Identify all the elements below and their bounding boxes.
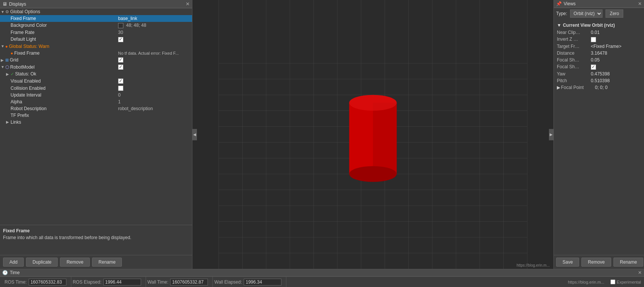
label-distance: Distance: [557, 51, 591, 56]
ros-elapsed-section: ROS Elapsed: 1996.44: [71, 277, 146, 287]
tree-item-visual-enabled[interactable]: Visual Enabled: [0, 77, 192, 84]
focal-point-arrow: ▶: [557, 85, 560, 90]
label-target-frame: Target Fr…: [557, 44, 591, 49]
views-row-pitch: Pitch 0.510398: [555, 77, 642, 84]
views-row-focal-sh-2: Focal Sh…: [555, 63, 642, 71]
time-close-button[interactable]: ✕: [638, 270, 642, 275]
checkbox-grid[interactable]: [118, 57, 123, 63]
checkbox-visual-enabled[interactable]: [118, 78, 123, 84]
label-grid: Grid: [10, 57, 115, 63]
views-title-bar: 📌 Views ✕: [554, 0, 644, 8]
warn-dot-icon: ●: [11, 51, 13, 55]
grid-icon: ⊞: [5, 58, 9, 63]
tree-item-update-interval[interactable]: Update Interval 0: [0, 92, 192, 98]
tree-item-fixed-frame[interactable]: Fixed Frame base_link: [0, 15, 192, 22]
description-text: Frame into which all data is transformed…: [3, 235, 189, 240]
current-view-label: Current View Orbit (rviz): [563, 23, 615, 28]
tree-item-frame-rate[interactable]: Frame Rate 30: [0, 29, 192, 36]
value-focal-point: 0; 0; 0: [595, 85, 607, 90]
gear-icon: ⚙: [5, 9, 9, 14]
tree-item-global-options[interactable]: ▼ ⚙ Global Options: [0, 8, 192, 15]
views-zero-button[interactable]: Zero: [606, 9, 623, 18]
views-panel: 📌 Views ✕ Type: Orbit (rviz) Zero ▼ Curr…: [553, 0, 644, 269]
label-pitch: Pitch: [557, 78, 591, 83]
value-pitch: 0.510398: [591, 78, 610, 83]
experimental-checkbox[interactable]: [610, 279, 615, 284]
views-row-yaw: Yaw 0.475398: [555, 71, 642, 77]
collapse-right-button[interactable]: ▶: [549, 129, 553, 140]
tree-item-robot-model[interactable]: ▼ ⬡ RobotModel: [0, 63, 192, 71]
checkbox-invert-z[interactable]: [591, 37, 596, 42]
experimental-label: Experimental: [617, 280, 641, 284]
description-title: Fixed Frame: [3, 228, 189, 233]
tree-item-global-status[interactable]: ▼ ● Global Status: Warn: [0, 43, 192, 50]
warn-icon: ●: [5, 44, 8, 49]
collapse-left-button[interactable]: ◀: [192, 129, 197, 140]
label-global-options: Global Options: [10, 9, 115, 14]
displays-close-button[interactable]: ✕: [186, 1, 190, 7]
value-yaw: 0.475398: [591, 71, 610, 77]
viewport[interactable]: ◀ ▶ https://blog.erin.m...: [192, 0, 553, 269]
rename-button[interactable]: Rename: [92, 258, 122, 267]
color-swatch[interactable]: [118, 23, 123, 28]
displays-title: Displays: [9, 2, 26, 7]
tree-item-alpha[interactable]: Alpha 1: [0, 98, 192, 105]
arrow-robot-model: ▼: [1, 65, 5, 69]
tree-item-status-ok[interactable]: ▶ ✓ Status: Ok: [0, 71, 192, 77]
tree-item-grid[interactable]: ▶ ⊞ Grid: [0, 57, 192, 64]
time-title: Time: [10, 270, 20, 275]
checkbox-default-light[interactable]: [118, 37, 123, 42]
duplicate-button[interactable]: Duplicate: [26, 258, 58, 267]
tree-item-links[interactable]: ▶ Links: [0, 119, 192, 126]
tree-item-tf-prefix[interactable]: TF Prefix: [0, 112, 192, 119]
label-focal-sh-1: Focal Sh…: [557, 57, 591, 63]
tree-item-fixed-frame-warn[interactable]: ● Fixed Frame No tf data. Actual error: …: [0, 50, 192, 57]
value-robot-description: robot_description: [115, 106, 191, 111]
views-type-select[interactable]: Orbit (rviz): [570, 9, 603, 18]
description-area: Fixed Frame Frame into which all data is…: [0, 225, 192, 255]
label-yaw: Yaw: [557, 71, 591, 77]
svg-rect-30: [373, 103, 397, 174]
label-robot-description: Robot Description: [11, 106, 115, 111]
views-rename-button[interactable]: Rename: [613, 258, 643, 267]
tree-item-background-color[interactable]: Background Color 48; 48; 48: [0, 22, 192, 29]
status-bar: ROS Time: 1607605332.83 ROS Elapsed: 199…: [0, 276, 644, 287]
3d-scene[interactable]: [192, 0, 553, 269]
label-frame-rate: Frame Rate: [11, 30, 115, 35]
views-row-target-frame: Target Fr… <Fixed Frame>: [555, 43, 642, 50]
arrow-global-options: ▼: [1, 10, 5, 14]
checkbox-collision-enabled[interactable]: [118, 86, 123, 91]
remove-button[interactable]: Remove: [60, 258, 90, 267]
tree-item-default-light[interactable]: Default Light: [0, 36, 192, 43]
url-display: https://blog.erin.m...: [568, 280, 604, 284]
checkbox-robot-model[interactable]: [118, 64, 123, 70]
label-fixed-frame: Fixed Frame: [11, 16, 115, 21]
label-visual-enabled: Visual Enabled: [11, 78, 115, 84]
views-close-button[interactable]: ✕: [638, 1, 642, 6]
url-bar: https://blog.erin.m...: [516, 263, 550, 267]
label-status-ok: Status: Ok: [15, 71, 115, 77]
ros-elapsed-label: ROS Elapsed:: [73, 279, 101, 285]
ok-icon: ✓: [11, 72, 14, 77]
label-global-status: Global Status: Warn: [9, 44, 115, 49]
checkbox-focal-sh[interactable]: [591, 64, 596, 70]
label-near-clip: Near Clip…: [557, 30, 591, 35]
ros-time-value: 1607605332.83: [29, 279, 66, 285]
displays-tree: ▼ ⚙ Global Options Fixed Frame base_link…: [0, 8, 192, 225]
views-row-focal-sh-1: Focal Sh… 0.05: [555, 57, 642, 63]
displays-bottom-buttons: Add Duplicate Remove Rename: [0, 255, 192, 269]
label-background-color: Background Color: [11, 23, 115, 28]
views-save-button[interactable]: Save: [556, 258, 579, 267]
time-section: 🕐 Time ✕ ROS Time: 1607605332.83 ROS Ela…: [0, 269, 644, 287]
label-invert-z: Invert Z …: [557, 37, 591, 42]
views-row-invert-z: Invert Z …: [555, 36, 642, 43]
tree-item-collision-enabled[interactable]: Collision Enabled: [0, 84, 192, 92]
label-tf-prefix: TF Prefix: [11, 113, 115, 118]
experimental-area: https://blog.erin.m... Experimental: [568, 279, 641, 284]
tree-item-robot-description[interactable]: Robot Description robot_description: [0, 105, 192, 112]
arrow-grid: ▶: [1, 58, 5, 62]
views-row-focal-point: ▶ Focal Point 0; 0; 0: [555, 84, 642, 91]
views-remove-button[interactable]: Remove: [581, 258, 611, 267]
add-button[interactable]: Add: [3, 258, 24, 267]
wall-elapsed-label: Wall Elapsed:: [214, 279, 242, 285]
